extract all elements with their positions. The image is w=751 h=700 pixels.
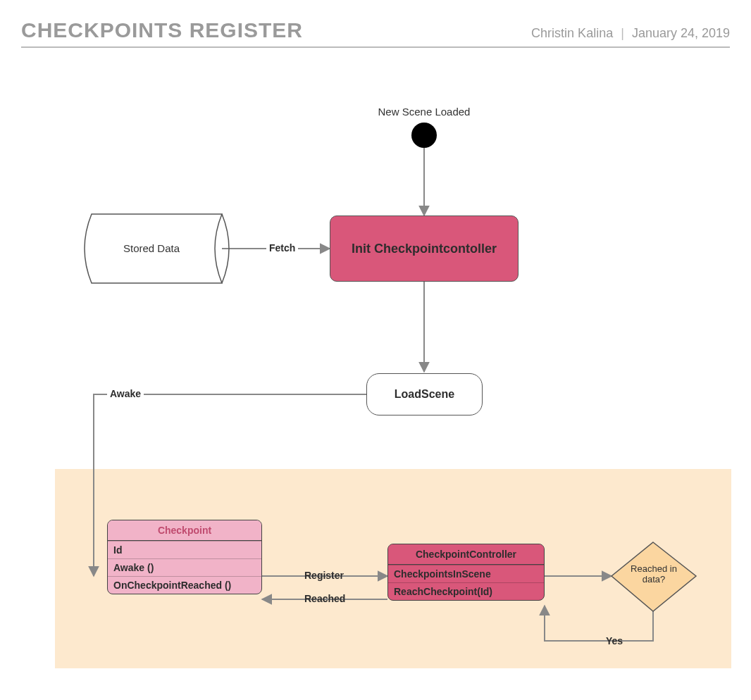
controller-class: CheckpointController CheckpointsInScene … xyxy=(387,544,545,601)
controller-row: ReachCheckpoint(Id) xyxy=(388,582,544,600)
page-title: CHECKPOINTS REGISTER xyxy=(21,18,303,42)
load-scene-node: LoadScene xyxy=(366,373,483,415)
decision-label: Reached in data? xyxy=(628,563,679,585)
controller-class-title: CheckpointController xyxy=(388,544,544,565)
edge-fetch-label: Fetch xyxy=(266,242,298,254)
checkpoint-row: Awake () xyxy=(108,558,261,576)
controller-row: CheckpointsInScene xyxy=(388,565,544,582)
checkpoint-class-title: Checkpoint xyxy=(108,520,261,541)
init-controller-label: Init Checkpointcontoller xyxy=(352,242,497,256)
init-controller-node: Init Checkpointcontoller xyxy=(330,215,519,282)
checkpoint-row: OnCheckpointReached () xyxy=(108,576,261,594)
start-label: New Scene Loaded xyxy=(368,106,480,118)
header: CHECKPOINTS REGISTER Christin Kalina | J… xyxy=(21,18,730,48)
meta-separator: | xyxy=(621,26,624,40)
date: January 24, 2019 xyxy=(632,26,730,40)
checkpoint-row: Id xyxy=(108,541,261,558)
checkpoint-class: Checkpoint Id Awake () OnCheckpointReach… xyxy=(107,520,262,594)
start-node-icon xyxy=(411,123,437,148)
diagram-canvas: New Scene Loaded Stored Data Init Checkp… xyxy=(21,55,730,675)
edge-yes-label: Yes xyxy=(603,635,626,646)
page: CHECKPOINTS REGISTER Christin Kalina | J… xyxy=(0,0,751,700)
edge-reached-label: Reached xyxy=(302,593,348,604)
author: Christin Kalina xyxy=(531,26,613,40)
edge-awake-label: Awake xyxy=(107,388,144,399)
edge-register-label: Register xyxy=(302,570,347,581)
load-scene-label: LoadScene xyxy=(395,388,454,401)
stored-data-label: Stored Data xyxy=(123,242,180,254)
page-meta: Christin Kalina | January 24, 2019 xyxy=(531,26,730,41)
